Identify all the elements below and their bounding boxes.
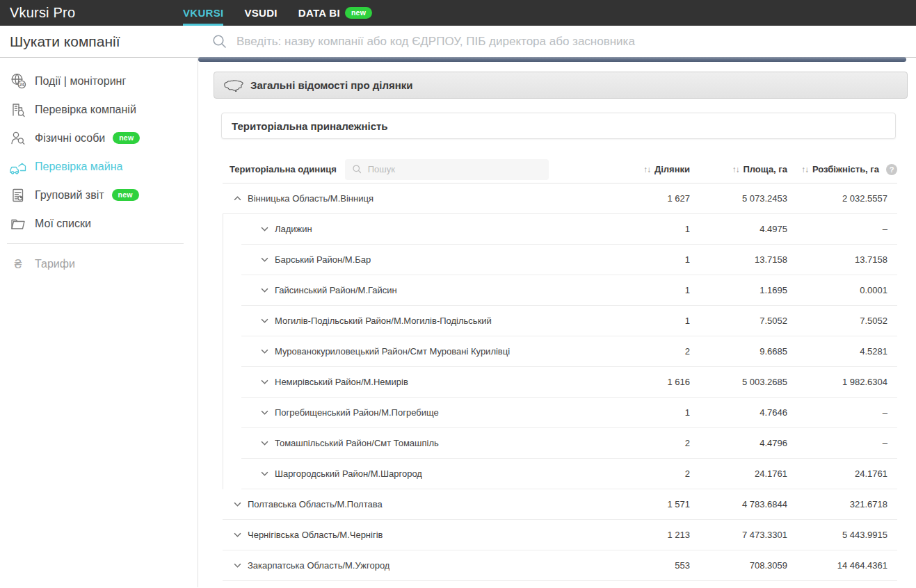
table-row[interactable]: Погребищенський Район/М.Погребище 1 4.76…: [241, 398, 897, 428]
section-header-parcels: Загальні відомості про ділянки: [214, 72, 908, 99]
sidebar: 24 Події | моніторинг Перевірка компаній: [0, 58, 198, 587]
table-row[interactable]: Чернігівська Область/М.Чернігів 1 213 7 …: [223, 520, 897, 550]
sidebar-item-individuals[interactable]: Фізичні особи new: [0, 124, 198, 152]
chevron-down-icon[interactable]: [261, 227, 268, 231]
chevron-down-icon[interactable]: [261, 441, 268, 446]
company-search-input[interactable]: [236, 35, 862, 49]
diff-value: 7.5052: [787, 316, 897, 326]
column-header-diff[interactable]: ↑↓ Розбіжність, га ?: [787, 164, 897, 175]
parcels-value: 1: [617, 224, 690, 234]
sort-icon[interactable]: ↑↓: [732, 165, 739, 174]
territory-cell: Мурованокуриловецький Район/Смт Муровані…: [241, 346, 617, 357]
parcels-value: 1 571: [617, 499, 690, 509]
table-search-input[interactable]: [368, 164, 528, 174]
hryvnia-icon: ₴: [9, 257, 27, 270]
table-row[interactable]: Вінницька Область/М.Вінниця 1 627 5 073.…: [223, 183, 897, 214]
sidebar-item-property-check[interactable]: Перевірка майна: [0, 152, 198, 181]
column-header-parcels[interactable]: ↑↓ Ділянки: [617, 164, 690, 174]
table-search[interactable]: [345, 159, 549, 180]
territory-cell: Погребищенський Район/М.Погребище: [241, 407, 617, 418]
sort-icon[interactable]: ↑↓: [801, 165, 808, 174]
sidebar-item-label: Мої списки: [35, 218, 91, 230]
page-body: 24 Події | моніторинг Перевірка компаній: [0, 58, 916, 587]
sidebar-item-label: Фізичні особи: [35, 132, 105, 145]
area-value: 7.5052: [690, 316, 787, 326]
help-icon[interactable]: ?: [886, 164, 897, 175]
area-column-label: Площа, га: [743, 164, 787, 174]
territory-cell: Шаргородський Район/М.Шаргород: [241, 468, 617, 479]
territory-cell: Немирівський Район/М.Немирів: [241, 377, 617, 387]
chevron-down-icon[interactable]: [234, 563, 241, 568]
sidebar-item-label: Тарифи: [35, 258, 75, 270]
parcels-column-label: Ділянки: [654, 164, 690, 174]
folder-icon: [9, 215, 27, 232]
territory-table: Територіальна одиниця ↑↓ Ділянки: [223, 156, 897, 581]
search-icon: [211, 33, 228, 50]
row-label: Шаргородський Район/М.Шаргород: [275, 468, 422, 479]
sidebar-item-company-check[interactable]: Перевірка компаній: [0, 95, 198, 124]
app-logo[interactable]: Vkursi Pro: [0, 0, 183, 26]
column-header-area[interactable]: ↑↓ Площа, га: [690, 164, 787, 174]
area-value: 4 783.6844: [690, 499, 787, 509]
row-label: Полтавська Область/М.Полтава: [248, 499, 383, 509]
table-row[interactable]: Закарпатська Область/М.Ужгород 553 708.3…: [223, 550, 897, 581]
diff-value: 2 032.5557: [787, 193, 897, 204]
column-header-territory: Територіальна одиниця: [223, 159, 617, 180]
chevron-down-icon[interactable]: [234, 502, 241, 507]
table-row[interactable]: Гайсинський Район/М.Гайсин 1 1.1695 0.00…: [241, 275, 897, 306]
tab-vkursi[interactable]: VKURSI: [183, 0, 223, 26]
chevron-down-icon[interactable]: [261, 471, 268, 476]
table-row[interactable]: Полтавська Область/М.Полтава 1 571 4 783…: [223, 489, 897, 520]
parcels-value: 1 627: [617, 193, 690, 204]
table-row[interactable]: Могилів-Подільський Район/М.Могилів-Поді…: [241, 306, 897, 336]
tab-vsudi[interactable]: VSUDI: [244, 0, 277, 26]
table-row[interactable]: Барський Район/М.Бар 1 13.7158 13.7158: [241, 245, 897, 275]
row-label: Мурованокуриловецький Район/Смт Муровані…: [275, 346, 510, 357]
sidebar-item-label: Події | моніторинг: [35, 75, 126, 88]
tab-label: VSUDI: [244, 7, 277, 19]
chevron-up-icon[interactable]: [234, 196, 241, 201]
table-row[interactable]: Мурованокуриловецький Район/Смт Муровані…: [241, 336, 897, 367]
sidebar-item-my-lists[interactable]: Мої списки: [0, 209, 198, 238]
diff-value: 14 464.4361: [787, 560, 897, 571]
table-row[interactable]: Ладижин 1 4.4975 –: [241, 214, 897, 245]
chevron-down-icon[interactable]: [261, 257, 268, 262]
tab-data-bi[interactable]: DATA BI new: [298, 0, 372, 26]
sort-icon[interactable]: ↑↓: [643, 165, 650, 174]
table-row[interactable]: Немирівський Район/М.Немирів 1 616 5 003…: [241, 367, 897, 398]
territory-card-label: Територіальна приналежність: [232, 120, 388, 132]
area-value: 13.7158: [690, 254, 787, 265]
sidebar-item-tariffs[interactable]: ₴ Тарифи: [0, 250, 198, 278]
chevron-down-icon[interactable]: [261, 318, 268, 323]
sidebar-item-events-monitoring[interactable]: 24 Події | моніторинг: [0, 67, 198, 95]
territory-section-card: Територіальна приналежність: [221, 113, 896, 139]
table-row[interactable]: Томашпільський Район/Смт Томашпіль 2 4.4…: [241, 428, 897, 459]
territory-cell: Вінницька Область/М.Вінниця: [223, 193, 617, 204]
territory-cell: Полтавська Область/М.Полтава: [223, 499, 617, 509]
parcels-value: 1: [617, 407, 690, 418]
chevron-down-icon[interactable]: [261, 349, 268, 354]
parcels-value: 553: [617, 560, 690, 571]
expanded-children-group: Ладижин 1 4.4975 – Барський Район/М.Бар …: [223, 214, 897, 489]
diff-value: 24.1761: [787, 468, 897, 479]
chevron-down-icon[interactable]: [261, 410, 268, 415]
table-row[interactable]: Шаргородський Район/М.Шаргород 2 24.1761…: [241, 459, 897, 489]
company-search[interactable]: [199, 33, 916, 50]
row-label: Ладижин: [275, 224, 312, 234]
diff-value: –: [787, 407, 897, 418]
row-label: Гайсинський Район/М.Гайсин: [275, 285, 397, 295]
row-label: Чернігівська Область/М.Чернігів: [248, 530, 383, 540]
chevron-down-icon[interactable]: [261, 379, 268, 384]
parcels-value: 1: [617, 254, 690, 265]
horizontal-scrollbar-thumb[interactable]: [198, 57, 906, 62]
area-value: 1.1695: [690, 285, 787, 295]
sidebar-item-group-report[interactable]: Груповий звіт new: [0, 181, 198, 209]
area-value: 24.1761: [690, 468, 787, 479]
sidebar-item-label: Перевірка майна: [35, 161, 122, 173]
svg-text:24: 24: [19, 82, 24, 87]
chevron-down-icon[interactable]: [234, 532, 241, 537]
territory-cell: Томашпільський Район/Смт Томашпіль: [241, 438, 617, 448]
new-badge: new: [113, 132, 140, 145]
chevron-down-icon[interactable]: [261, 288, 268, 293]
sidebar-divider: [7, 243, 184, 244]
